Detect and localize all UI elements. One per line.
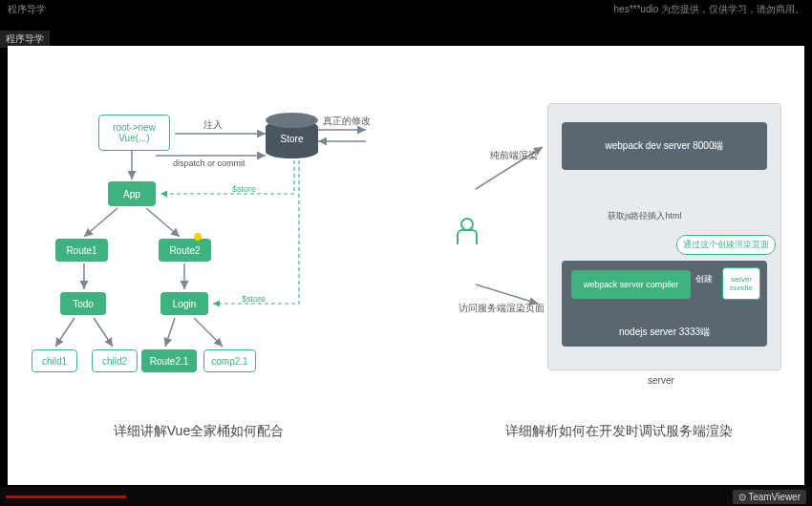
tab-label: 程序导学 xyxy=(8,3,46,16)
user-icon xyxy=(455,218,476,244)
label-visit-ssr: 访问服务端渲染页面 xyxy=(459,302,545,315)
label-real-modify: 真正的修改 xyxy=(323,115,371,128)
svg-line-5 xyxy=(55,318,75,347)
svg-line-8 xyxy=(194,318,223,347)
label-dispatch: dispatch or commit xyxy=(173,158,246,168)
player-footer[interactable]: ⊙ TeamViewer xyxy=(0,487,812,506)
progress-bar[interactable] xyxy=(6,495,126,498)
svg-line-1 xyxy=(84,208,118,237)
node-todo: Todo xyxy=(60,292,106,315)
node-app: App xyxy=(108,181,156,206)
webpack-compiler: webpack server compiler xyxy=(571,270,691,299)
node-route21: Route2.1 xyxy=(141,349,197,372)
node-route1: Route1 xyxy=(55,239,108,262)
svg-line-7 xyxy=(165,318,175,347)
label-store2: $store xyxy=(242,294,266,304)
label-front-render: 纯前端渲染 xyxy=(490,149,538,162)
svg-line-6 xyxy=(94,318,113,347)
node-login: Login xyxy=(160,292,208,315)
teamviewer-badge: ⊙ TeamViewer xyxy=(733,490,806,504)
label-create: 创建 xyxy=(695,273,713,285)
watermark-text: hes***udio 为您提供，仅供学习，请勿商用。 xyxy=(614,3,804,16)
label-get-js: 获取js路径插入html xyxy=(608,210,682,222)
label-store1: $store xyxy=(232,184,256,194)
webpack-dev-server: webpack dev server 8000端 xyxy=(562,122,767,170)
store-cylinder-icon: Store xyxy=(266,120,318,158)
left-caption: 详细讲解Vue全家桶如何配合 xyxy=(75,423,323,440)
svg-line-2 xyxy=(146,208,180,237)
node-route2: Route2 xyxy=(159,239,211,262)
node-child1: child1 xyxy=(32,349,77,372)
server-bundle: server bundle xyxy=(722,267,760,300)
highlight-dot xyxy=(194,233,202,241)
server-label: server xyxy=(648,375,674,386)
slide-content: root->new Vue(...) App Route1 Route2 Tod… xyxy=(8,46,804,485)
label-inject: 注入 xyxy=(203,118,223,132)
node-root: root->new Vue(...) xyxy=(98,115,170,151)
right-caption: 详细解析如何在开发时调试服务端渲染 xyxy=(485,423,753,440)
node-child2: child2 xyxy=(92,349,138,372)
bubble-tip: 通过这个创建渲染页面 xyxy=(676,235,776,255)
node-comp21: comp2.1 xyxy=(203,349,256,372)
